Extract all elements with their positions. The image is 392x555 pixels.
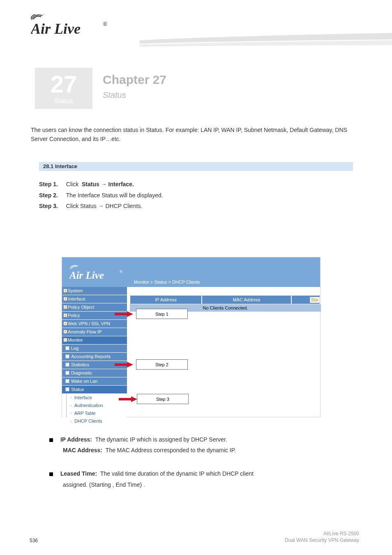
step-callout-3: Step 3 <box>137 394 189 404</box>
sidebar-leaf-arp-table[interactable]: ARP Table <box>62 409 127 417</box>
sidebar-item-interface[interactable]: Interface <box>62 295 127 303</box>
square-bullet-icon <box>49 472 53 476</box>
step-callout-2: Step 2 <box>136 359 188 370</box>
step1-line: Step 1. Click Status → Interface. <box>39 179 353 190</box>
sidebar-item-anomaly[interactable]: Anomaly Flow IP <box>62 328 127 336</box>
sidebar-sub-wake[interactable]: Wake on Lan <box>62 377 127 386</box>
footer-model-info: AirLive RS-2500 Dual WAN Security VPN Ga… <box>285 530 359 543</box>
sidebar-item-webvpn[interactable]: Web VPN / SSL VPN <box>62 320 127 328</box>
ui-logo: Air Live ® <box>69 265 127 284</box>
red-arrow-icon <box>115 362 133 368</box>
step-callout-1: Step 1 <box>136 309 188 319</box>
ui-sidebar: System Interface Policy Object Policy We… <box>62 287 127 425</box>
sidebar-leaf-dhcp-clients[interactable]: DHCP Clients <box>62 417 127 425</box>
chapter-number: 27 <box>35 71 92 97</box>
svg-text:®: ® <box>103 21 107 27</box>
star-chip: Star <box>310 297 320 303</box>
sidebar-sub-log[interactable]: Log <box>62 345 127 353</box>
section-body: Step 1. Click Status → Interface. Step 2… <box>39 179 353 212</box>
chapter-subheading: Status <box>103 90 126 100</box>
step2-line: Step 2. The Interface Status will be dis… <box>39 190 353 201</box>
section-heading-bar: 28.1 Interface <box>39 162 353 171</box>
svg-text:®: ® <box>120 270 122 274</box>
chapter-label: Status <box>35 97 92 105</box>
table-header-star: Star <box>291 295 320 304</box>
table-header-row: IP Address MAC Address Star <box>130 295 320 304</box>
chapter-block: 27 Status <box>35 68 92 109</box>
bullet-leased-time-cont: assigned. (Starting , End Time) . <box>63 480 353 490</box>
page-header: Air Live ® <box>0 0 392 62</box>
sidebar-item-monitor[interactable]: Monitor <box>62 336 127 345</box>
breadcrumb: Monitor > Status > DHCP Clients <box>134 280 200 284</box>
square-bullet-icon <box>49 438 53 442</box>
sidebar-sub-status[interactable]: Status <box>62 386 127 394</box>
bullet-ip-address: IP Address: The dynamic IP which is assi… <box>49 435 353 445</box>
red-arrow-icon <box>115 311 133 317</box>
bullet-leased-time: Leased Time: The valid time duration of … <box>49 469 353 479</box>
bullet-mac-address: MAC Address: The MAC Address corresponde… <box>63 445 353 456</box>
sidebar-leaf-interface[interactable]: Interface <box>62 394 127 402</box>
svg-text:Air Live: Air Live <box>69 270 104 281</box>
sidebar-item-policy-object[interactable]: Policy Object <box>62 303 127 312</box>
sidebar-item-system[interactable]: System <box>62 287 127 295</box>
step3-line: Step 3. Click Status → DHCP Clients. <box>39 201 353 212</box>
sidebar-sub-diagnostic[interactable]: Diagnostic <box>62 369 127 377</box>
ui-header: Air Live ® Monitor > Status > DHCP Clien… <box>62 257 320 287</box>
sidebar-leaf-authentication[interactable]: Authentication <box>62 402 127 409</box>
header-swoosh-graphic <box>140 33 392 58</box>
page-number: 536 <box>30 538 38 543</box>
sidebar-sub-accounting[interactable]: Accounting Reports <box>62 353 127 361</box>
svg-text:Air Live: Air Live <box>31 21 81 37</box>
chapter-heading: Chapter 27 <box>103 73 166 87</box>
red-arrow-icon <box>119 396 137 402</box>
table-header-mac: MAC Address <box>202 295 291 304</box>
table-header-ip: IP Address <box>130 295 202 304</box>
airlive-logo: Air Live ® <box>31 14 111 38</box>
admin-ui-screenshot: Air Live ® Monitor > Status > DHCP Clien… <box>62 257 321 417</box>
intro-paragraph: The users can know the connection status… <box>31 125 361 144</box>
